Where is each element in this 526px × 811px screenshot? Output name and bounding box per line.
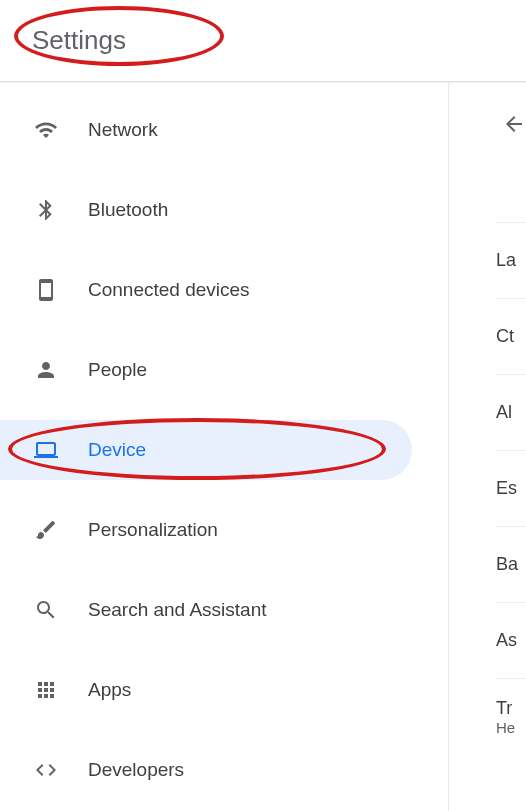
header: Settings xyxy=(0,0,526,82)
sidebar-item-label: Network xyxy=(88,119,158,141)
sidebar-item-personalization[interactable]: Personalization xyxy=(0,500,412,560)
phone-icon xyxy=(32,276,60,304)
sidebar: Network Bluetooth Connected devices Peop… xyxy=(0,82,448,811)
detail-row[interactable]: Ba xyxy=(496,526,526,602)
detail-row[interactable]: La xyxy=(496,222,526,298)
sidebar-item-connected-devices[interactable]: Connected devices xyxy=(0,260,412,320)
sidebar-item-label: Search and Assistant xyxy=(88,599,267,621)
sidebar-item-label: Apps xyxy=(88,679,131,701)
detail-panel: La Ct Al Es Ba As Tr He xyxy=(448,82,526,811)
laptop-icon xyxy=(32,436,60,464)
sidebar-item-apps[interactable]: Apps xyxy=(0,660,412,720)
sidebar-item-label: Bluetooth xyxy=(88,199,168,221)
sidebar-item-developers[interactable]: Developers xyxy=(0,740,412,800)
code-icon xyxy=(32,756,60,784)
sidebar-item-device[interactable]: Device xyxy=(0,420,412,480)
main: Network Bluetooth Connected devices Peop… xyxy=(0,82,526,811)
detail-row[interactable]: As xyxy=(496,602,526,678)
person-icon xyxy=(32,356,60,384)
detail-row[interactable]: Es xyxy=(496,450,526,526)
detail-row[interactable]: Al xyxy=(496,374,526,450)
bluetooth-icon xyxy=(32,196,60,224)
sidebar-item-search-assistant[interactable]: Search and Assistant xyxy=(0,580,412,640)
search-icon xyxy=(32,596,60,624)
sidebar-item-label: People xyxy=(88,359,147,381)
sidebar-item-people[interactable]: People xyxy=(0,340,412,400)
detail-row[interactable]: Tr He xyxy=(496,678,526,754)
wifi-icon xyxy=(32,116,60,144)
brush-icon xyxy=(32,516,60,544)
sidebar-item-label: Personalization xyxy=(88,519,218,541)
sidebar-item-network[interactable]: Network xyxy=(0,100,412,160)
detail-row[interactable]: Ct xyxy=(496,298,526,374)
sidebar-item-bluetooth[interactable]: Bluetooth xyxy=(0,180,412,240)
sidebar-item-label: Developers xyxy=(88,759,184,781)
apps-icon xyxy=(32,676,60,704)
back-button[interactable] xyxy=(502,112,526,136)
sidebar-item-label: Device xyxy=(88,439,146,461)
sidebar-item-label: Connected devices xyxy=(88,279,250,301)
detail-list: La Ct Al Es Ba As Tr He xyxy=(496,222,526,754)
page-title: Settings xyxy=(32,25,126,56)
